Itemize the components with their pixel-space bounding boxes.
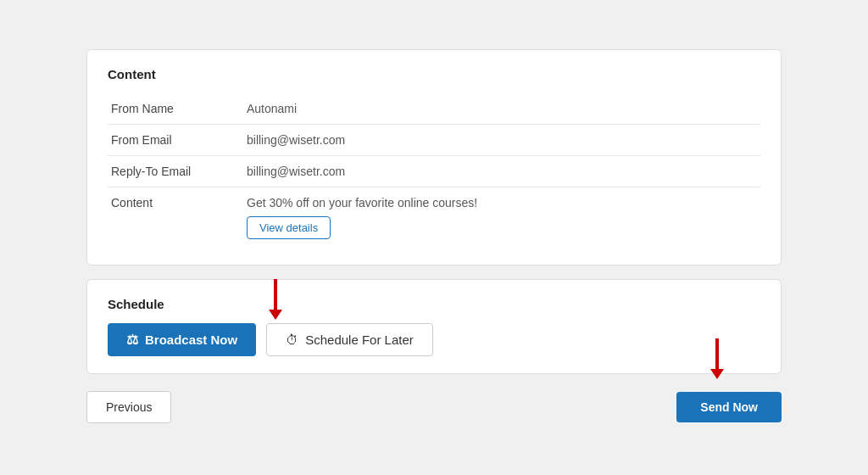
page-wrapper: Content From Name Autonami From Email bi… bbox=[86, 49, 782, 427]
schedule-card-title: Schedule bbox=[108, 297, 760, 311]
content-card-title: Content bbox=[108, 67, 760, 81]
value-from-email: billing@wisetr.com bbox=[243, 124, 760, 155]
label-reply-to: Reply-To Email bbox=[108, 155, 243, 187]
content-card: Content From Name Autonami From Email bi… bbox=[86, 49, 782, 265]
schedule-for-later-button[interactable]: ⏱ Schedule For Later bbox=[266, 323, 433, 356]
schedule-card: Schedule ⚖ Broadcast Now ⏱ Schedule For … bbox=[86, 279, 782, 374]
send-now-button[interactable]: Send Now bbox=[676, 392, 782, 422]
value-content: Get 30% off on your favorite online cour… bbox=[243, 187, 760, 248]
value-from-name: Autonami bbox=[243, 93, 760, 125]
table-row: From Name Autonami bbox=[108, 93, 760, 125]
arrow-shaft-send bbox=[715, 338, 719, 369]
schedule-buttons: ⚖ Broadcast Now ⏱ Schedule For Later bbox=[108, 323, 760, 356]
label-from-email: From Email bbox=[108, 124, 243, 155]
previous-button[interactable]: Previous bbox=[86, 391, 171, 423]
clock-icon: ⏱ bbox=[286, 332, 298, 347]
table-row: Reply-To Email billing@wisetr.com bbox=[108, 155, 760, 187]
table-row: Content Get 30% off on your favorite onl… bbox=[108, 187, 760, 248]
table-row: From Email billing@wisetr.com bbox=[108, 124, 760, 155]
content-info-table: From Name Autonami From Email billing@wi… bbox=[108, 93, 760, 248]
send-arrow bbox=[710, 338, 724, 379]
arrow-head-send bbox=[710, 369, 724, 379]
arrow-head bbox=[269, 310, 282, 320]
broadcast-icon: ⚖ bbox=[126, 332, 138, 348]
footer-bar: Previous Send Now bbox=[86, 388, 782, 427]
broadcast-now-button[interactable]: ⚖ Broadcast Now bbox=[108, 323, 256, 356]
broadcast-arrow bbox=[269, 279, 282, 320]
value-reply-to: billing@wisetr.com bbox=[243, 155, 760, 187]
view-details-button[interactable]: View details bbox=[247, 216, 331, 239]
arrow-shaft bbox=[274, 279, 277, 310]
label-content: Content bbox=[108, 187, 243, 248]
label-from-name: From Name bbox=[108, 93, 243, 125]
